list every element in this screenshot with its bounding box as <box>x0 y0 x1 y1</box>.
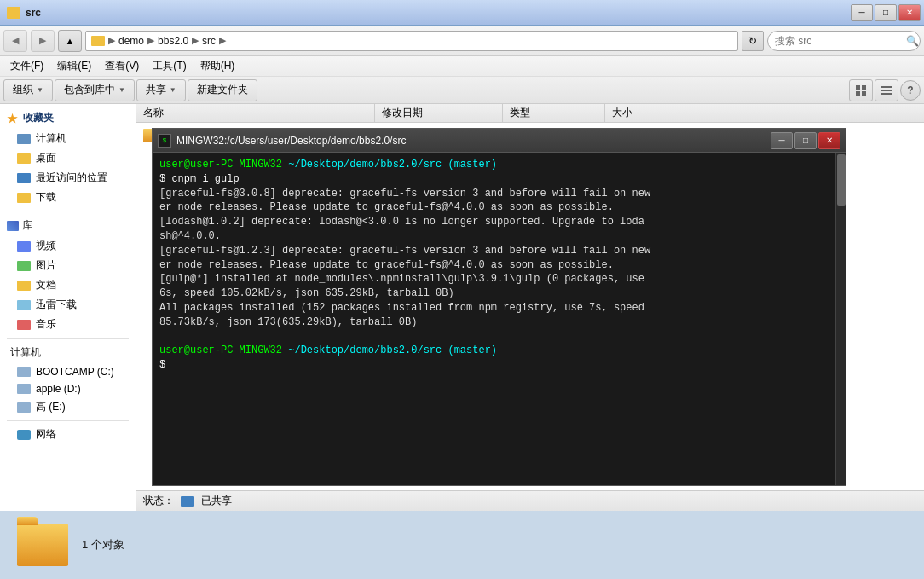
terminal-line-2: [graceful-fs@3.0.8] deprecate: graceful-… <box>159 187 829 201</box>
view-toggle-button[interactable] <box>849 79 873 101</box>
back-button[interactable]: ◀ <box>3 30 27 52</box>
terminal-title-bar: $ MINGW32:/c/Users/user/Desktop/demo/bbs… <box>153 129 846 153</box>
terminal-title-left: $ MINGW32:/c/Users/user/Desktop/demo/bbs… <box>158 134 406 148</box>
share-label: 共享 <box>146 83 166 97</box>
sidebar-item-images[interactable]: 图片 <box>0 256 136 275</box>
new-folder-button[interactable]: 新建文件夹 <box>188 79 257 101</box>
sidebar-item-recent[interactable]: 最近访问的位置 <box>0 168 136 188</box>
svg-rect-5 <box>881 90 892 91</box>
my-computer-header[interactable]: 计算机 <box>0 342 136 363</box>
svg-rect-0 <box>856 85 860 90</box>
library-icon <box>7 221 19 231</box>
menu-tools[interactable]: 工具(T) <box>146 57 193 75</box>
terminal-scrollbar[interactable] <box>835 153 846 485</box>
sidebar-item-videos[interactable]: 视频 <box>0 236 136 256</box>
col-type-header[interactable]: 类型 <box>503 104 605 122</box>
terminal-icon: $ <box>158 134 171 148</box>
terminal-line-9: 6s, speed 105.02kB/s, json 635.29kB, tar… <box>159 287 829 301</box>
desktop-icon <box>17 153 31 164</box>
sidebar-item-apple[interactable]: apple (D:) <box>0 380 136 397</box>
address-bar[interactable]: ▶ demo ▶ bbs2.0 ▶ src ▶ <box>85 31 738 51</box>
forward-button[interactable]: ▶ <box>31 30 55 52</box>
menu-bar: 文件(F) 编辑(E) 查看(V) 工具(T) 帮助(H) <box>0 56 924 77</box>
terminal-maximize-button[interactable]: □ <box>794 132 817 149</box>
minimize-button[interactable]: ─ <box>851 4 873 21</box>
terminal-line-6: [graceful-fs@1.2.3] deprecate: graceful-… <box>159 244 829 258</box>
terminal-window: $ MINGW32:/c/Users/user/Desktop/demo/bbs… <box>152 128 846 486</box>
menu-file[interactable]: 文件(F) <box>3 57 50 75</box>
high-icon <box>17 402 31 413</box>
terminal-close-button[interactable]: ✕ <box>818 132 840 149</box>
computer-section: 计算机 BOOTCAMP (C:) apple (D:) 高 (E:) <box>0 342 136 417</box>
star-icon: ★ <box>7 112 18 125</box>
search-icon: 🔍 <box>906 35 919 47</box>
svg-rect-2 <box>856 91 860 96</box>
col-date-header[interactable]: 修改日期 <box>375 104 503 122</box>
sidebar-item-downloads[interactable]: 下载 <box>0 188 136 207</box>
terminal-line-5: sh@^4.0.0. <box>159 229 829 244</box>
library-label-sidebar: 库 <box>22 218 32 233</box>
apple-icon <box>17 384 31 394</box>
bottom-area: 1 个对象 <box>0 511 924 579</box>
recent-icon <box>17 173 31 183</box>
favorites-header[interactable]: ★ 收藏夹 <box>0 107 136 129</box>
library-arrow: ▼ <box>118 86 125 94</box>
sidebar-item-high[interactable]: 高 (E:) <box>0 397 136 417</box>
svg-rect-1 <box>862 85 866 90</box>
favorites-section: ★ 收藏夹 计算机 桌面 最近访问的位置 下载 <box>0 107 136 207</box>
path-part-src: src <box>202 35 216 47</box>
library-button[interactable]: 包含到库中 ▼ <box>55 79 135 101</box>
terminal-window-wrapper: $ MINGW32:/c/Users/user/Desktop/demo/bbs… <box>145 121 840 479</box>
terminal-line-7: er node releases. Please update to grace… <box>159 258 829 273</box>
col-name-header[interactable]: 名称 <box>136 104 375 122</box>
sidebar-item-fastdl[interactable]: 迅雷下载 <box>0 295 136 315</box>
menu-edit[interactable]: 编辑(E) <box>50 57 98 75</box>
menu-help[interactable]: 帮助(H) <box>193 57 242 75</box>
col-size-header[interactable]: 大小 <box>605 104 690 122</box>
svg-rect-4 <box>881 86 892 88</box>
big-folder-icon <box>17 524 68 566</box>
new-folder-label: 新建文件夹 <box>197 83 248 97</box>
terminal-line-10: All packages installed (152 packages ins… <box>159 301 829 316</box>
terminal-line-12 <box>159 330 829 345</box>
share-status-icon <box>181 496 194 507</box>
recent-label: 最近访问的位置 <box>36 171 107 185</box>
toolbar: 组织 ▼ 包含到库中 ▼ 共享 ▼ 新建文件夹 ? <box>0 77 924 104</box>
up-button[interactable]: ▲ <box>58 30 82 52</box>
sidebar-item-computer[interactable]: 计算机 <box>0 129 136 148</box>
high-label: 高 (E:) <box>36 400 66 414</box>
sidebar-item-bootcamp[interactable]: BOOTCAMP (C:) <box>0 363 136 380</box>
view-details-button[interactable] <box>875 79 898 101</box>
sidebar-divider-2 <box>7 338 129 339</box>
computer-label: 计算机 <box>36 131 66 146</box>
help-button[interactable]: ? <box>900 80 921 101</box>
sidebar-divider-1 <box>7 211 129 211</box>
terminal-line-3: er node releases. Please update to grace… <box>159 200 829 215</box>
sidebar-item-desktop[interactable]: 桌面 <box>0 148 136 168</box>
videos-icon <box>17 241 31 252</box>
organize-button[interactable]: 组织 ▼ <box>3 79 53 101</box>
status-text: 状态： <box>143 494 174 508</box>
terminal-line-13: user@user-PC MINGW32 ~/Desktop/demo/bbs2… <box>159 344 829 358</box>
share-button[interactable]: 共享 ▼ <box>136 79 186 101</box>
terminal-minimize-button[interactable]: ─ <box>771 132 793 149</box>
sidebar-item-network[interactable]: 网络 <box>0 425 136 444</box>
path-separator-1: ▶ <box>108 35 115 46</box>
library-header[interactable]: 库 <box>0 215 136 236</box>
menu-view[interactable]: 查看(V) <box>98 57 146 75</box>
terminal-body[interactable]: user@user-PC MINGW32 ~/Desktop/demo/bbs2… <box>153 153 835 485</box>
maximize-button[interactable]: □ <box>875 4 897 21</box>
library-label: 包含到库中 <box>64 83 115 97</box>
file-area: 名称 修改日期 类型 大小 node_modules 2016/4/12 22:… <box>136 104 924 511</box>
sidebar-item-music[interactable]: 音乐 <box>0 315 136 334</box>
refresh-button[interactable]: ↻ <box>742 31 764 51</box>
close-button[interactable]: ✕ <box>898 4 921 21</box>
terminal-title-text: MINGW32:/c/Users/user/Desktop/demo/bbs2.… <box>176 135 406 147</box>
search-input[interactable] <box>775 35 903 47</box>
network-label: 网络 <box>36 427 56 442</box>
window-icon <box>7 7 20 19</box>
search-box[interactable]: 🔍 <box>767 31 921 51</box>
my-computer-label: 计算机 <box>10 345 41 360</box>
terminal-line-1: $ cnpm i gulp <box>159 172 829 187</box>
sidebar-item-docs[interactable]: 文档 <box>0 275 136 295</box>
